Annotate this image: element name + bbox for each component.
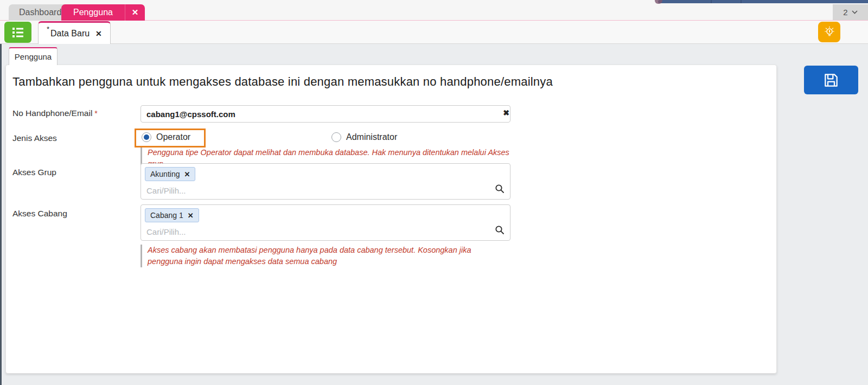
search-icon[interactable] (495, 184, 505, 194)
tab-pengguna-detail[interactable]: Pengguna (9, 47, 58, 65)
document-tab-label: Data Baru (50, 29, 90, 39)
helper-text: Akses cabang akan membatasi pengguna han… (148, 245, 506, 267)
tab-close-icon[interactable]: ✕ (125, 4, 145, 21)
required-marker: * (94, 109, 97, 118)
content-tab-label: Pengguna (15, 52, 52, 61)
session-counter-dropdown[interactable]: 2 (833, 4, 868, 20)
tag-akunting: Akunting ✕ (145, 167, 195, 181)
akses-cabang-label: Akses Cabang (12, 209, 67, 219)
akses-cabang-helper: Akses cabang akan membatasi pengguna han… (141, 245, 515, 267)
akses-cabang-search-input[interactable] (143, 224, 469, 239)
document-tab-close-icon[interactable]: ✕ (95, 29, 102, 38)
jenis-akses-label: Jenis Akses (12, 133, 57, 143)
tag-label: Cabang 1 (150, 211, 183, 220)
decoration-tick (711, 0, 712, 3)
radio-administrator[interactable] (331, 132, 341, 142)
sidebar-edge (0, 44, 2, 385)
unsaved-marker: * (47, 25, 49, 33)
helper-bar (141, 245, 142, 267)
tab-pengguna-label: Pengguna (61, 8, 125, 17)
top-decoration-strip (658, 0, 868, 3)
form-heading: Tambahkan pengguna untuk mengakses datab… (12, 75, 553, 89)
tag-label: Akunting (150, 170, 180, 178)
tag-remove-icon[interactable]: ✕ (188, 211, 194, 220)
session-count: 2 (843, 8, 847, 17)
window-tab-bar: Dashboard Pengguna ✕ 2 (0, 0, 868, 21)
save-floppy-icon (822, 72, 840, 89)
clear-input-icon[interactable]: ✖ (500, 108, 513, 119)
tab-dashboard-label: Dashboard (19, 8, 61, 17)
akses-grup-label: Akses Grup (12, 168, 56, 177)
list-view-button[interactable] (4, 22, 31, 43)
phone-email-input[interactable] (141, 105, 510, 123)
radio-operator[interactable] (142, 132, 151, 142)
decoration-tick (741, 0, 742, 3)
radio-administrator-label[interactable]: Administrator (346, 132, 397, 142)
form-panel: Tambahkan pengguna untuk mengakses datab… (5, 65, 777, 374)
tag-cabang-1: Cabang 1 ✕ (145, 208, 199, 222)
decoration-blob (655, 0, 662, 4)
radio-operator-label[interactable]: Operator (156, 132, 190, 142)
document-toolbar: * Data Baru ✕ (0, 21, 868, 44)
tab-pengguna[interactable]: Pengguna ✕ (61, 4, 145, 21)
akses-grup-field[interactable]: Akunting ✕ (141, 163, 510, 200)
lightbulb-icon (824, 25, 835, 39)
tag-remove-icon[interactable]: ✕ (184, 170, 190, 178)
save-button[interactable] (804, 66, 858, 94)
document-tab-data-baru[interactable]: * Data Baru ✕ (38, 21, 111, 44)
chevron-down-icon (852, 10, 858, 14)
akses-grup-search-input[interactable] (143, 183, 469, 197)
tips-button[interactable] (818, 22, 840, 42)
list-icon (11, 27, 24, 39)
phone-email-label: No Handphone/Email* (12, 108, 98, 118)
search-icon[interactable] (495, 225, 505, 235)
akses-cabang-field[interactable]: Cabang 1 ✕ (141, 204, 510, 241)
